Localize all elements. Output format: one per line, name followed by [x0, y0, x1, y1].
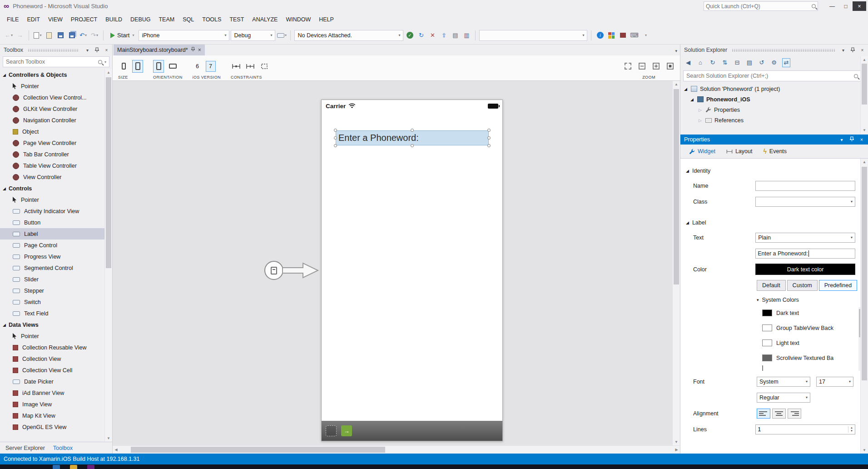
pin-icon[interactable]: [191, 47, 195, 53]
toolbox-item-navigation-controller[interactable]: Navigation Controller: [0, 115, 104, 126]
keyboard-icon[interactable]: ⌨: [629, 30, 639, 41]
toolbox-item-glkit-view-controller[interactable]: GLKit View Controller: [0, 103, 104, 115]
pin-icon[interactable]: [93, 46, 101, 54]
solution-configurations-icon[interactable]: ▤: [450, 30, 460, 41]
toolbox-item-map-kit-view[interactable]: Map Kit View: [0, 410, 104, 421]
orientation-portrait-icon[interactable]: [153, 60, 164, 73]
refresh-icon[interactable]: ↻: [416, 30, 426, 41]
spin-down-icon[interactable]: ▼: [850, 429, 853, 433]
show-all-files-icon[interactable]: ▤: [745, 58, 754, 67]
refresh-icon[interactable]: ↺: [758, 58, 766, 67]
color-option-light-text[interactable]: Light text: [757, 335, 858, 350]
resize-handle[interactable]: [334, 144, 337, 147]
toolbar-overflow-icon[interactable]: ▾: [640, 30, 650, 41]
menu-project[interactable]: PROJECT: [67, 14, 101, 25]
scroll-right-icon[interactable]: ▶: [673, 448, 680, 452]
menu-file[interactable]: FILE: [3, 14, 23, 25]
selected-label-control[interactable]: Enter a Phoneword:: [336, 130, 489, 145]
constraint-frame-icon[interactable]: [259, 60, 270, 73]
text-mode-combo[interactable]: Plain▾: [755, 233, 855, 243]
tab-layout[interactable]: Layout: [722, 146, 757, 156]
toolbox-group-data-views[interactable]: ◢ Data Views: [0, 319, 104, 330]
toolbox-item-table-view-controller[interactable]: Table View Controller: [0, 160, 104, 171]
window-position-icon[interactable]: ▾: [839, 46, 847, 54]
toolbox-item-page-control[interactable]: Page Control: [0, 239, 104, 251]
label-text-input[interactable]: Enter a Phoneword:: [755, 249, 855, 259]
resize-handle[interactable]: [487, 144, 491, 147]
toolbox-item-opengl-es-view[interactable]: OpenGL ES View: [0, 421, 104, 433]
menu-tools[interactable]: TOOLS: [198, 14, 225, 25]
collapse-all-icon[interactable]: ⊟: [733, 58, 741, 67]
toolbox-item-iad-banner-view[interactable]: iAd Banner View: [0, 387, 104, 399]
solution-explorer-search-input[interactable]: [686, 73, 852, 79]
cancel-build-icon[interactable]: ✕: [427, 30, 437, 41]
deploy-icon[interactable]: ⇧: [439, 30, 449, 41]
toolbox-item-stepper[interactable]: Stepper: [0, 285, 104, 296]
scroll-down-icon[interactable]: ▼: [861, 127, 868, 134]
ios6-button[interactable]: 6: [193, 61, 203, 72]
build-status-icon[interactable]: ✓: [405, 30, 415, 41]
class-combo[interactable]: ▾: [755, 197, 855, 207]
window-position-icon[interactable]: ▾: [838, 137, 845, 142]
editor-vertical-scrollbar[interactable]: ▲ ▼: [672, 81, 680, 445]
folder-icon[interactable]: [70, 465, 77, 469]
maximize-button[interactable]: □: [839, 1, 853, 11]
collapsed-icon[interactable]: ▷: [698, 108, 703, 112]
align-left-button[interactable]: [757, 409, 770, 419]
find-combo[interactable]: ▾: [479, 30, 587, 41]
devices-combo[interactable]: No Devices Attached.▾: [294, 30, 403, 41]
minimize-button[interactable]: —: [825, 1, 839, 11]
scroll-up-icon[interactable]: ▲: [861, 159, 868, 165]
visual-studio-taskbar-icon[interactable]: [87, 465, 94, 469]
menu-sql[interactable]: SQL: [179, 14, 198, 25]
expanded-icon[interactable]: ◢: [689, 97, 694, 102]
toolbox-item-collection-reusable-view[interactable]: Collection Reusable View: [0, 342, 104, 353]
toolbox-search[interactable]: ▾: [3, 56, 109, 67]
section-label[interactable]: ◢ Label: [686, 216, 855, 230]
solution-explorer-search[interactable]: ▾: [683, 70, 865, 81]
start-debug-button[interactable]: Start ▾: [107, 30, 137, 41]
font-family-combo[interactable]: System▾: [757, 377, 810, 387]
size-iphone-icon[interactable]: [118, 60, 129, 73]
properties-icon[interactable]: ⚙: [770, 58, 778, 67]
editor-horizontal-scrollbar[interactable]: ◀ ▶: [113, 445, 680, 454]
switch-views-icon[interactable]: ↻: [709, 58, 717, 67]
toolbox-search-input[interactable]: [6, 59, 96, 65]
expanded-icon[interactable]: ◢: [683, 87, 688, 91]
align-center-button[interactable]: [772, 409, 786, 419]
home-icon[interactable]: ⌂: [696, 58, 704, 67]
tab-events[interactable]: ϟ Events: [759, 146, 791, 157]
toolbox-item-segmented-control[interactable]: Segmented Control: [0, 262, 104, 274]
solution-platforms-icon[interactable]: ▥: [461, 30, 471, 41]
navigate-forward-icon[interactable]: →: [15, 30, 25, 41]
scroll-left-icon[interactable]: ◀: [113, 448, 119, 452]
menu-team[interactable]: TEAM: [154, 14, 179, 25]
toolbox-item-activity-indicator-view[interactable]: Activity Indicator View: [0, 205, 104, 217]
close-button[interactable]: ×: [853, 1, 866, 11]
color-option-dark-text[interactable]: Dark text: [757, 305, 858, 320]
toolbox-item-tab-bar-controller[interactable]: Tab Bar Controller: [0, 149, 104, 160]
tree-node-references[interactable]: ▷ References: [680, 115, 868, 125]
zoom-in-icon[interactable]: [650, 60, 661, 73]
web-preview-icon[interactable]: [606, 30, 616, 41]
color-swatch-button[interactable]: Dark text color: [755, 264, 855, 275]
resize-handle[interactable]: [334, 136, 337, 140]
toolbox-item-progress-view[interactable]: Progress View: [0, 251, 104, 262]
toolbox-item-collection-view[interactable]: Collection View: [0, 353, 104, 364]
first-responder-icon[interactable]: [326, 425, 337, 436]
close-icon[interactable]: ×: [198, 47, 201, 53]
toolbox-item-switch[interactable]: Switch: [0, 296, 104, 308]
sync-with-active-document-icon[interactable]: ⇄: [782, 58, 790, 67]
scrollbar-thumb[interactable]: [106, 77, 111, 268]
zoom-fullscreen-icon[interactable]: [622, 60, 633, 73]
tab-toolbox[interactable]: Toolbox: [50, 443, 76, 453]
zoom-out-icon[interactable]: [636, 60, 647, 73]
save-all-icon[interactable]: [67, 30, 77, 41]
menu-analyze[interactable]: ANALYZE: [248, 14, 282, 25]
default-button[interactable]: Default: [757, 280, 786, 291]
menu-view[interactable]: VIEW: [44, 14, 67, 25]
scrollbar-thumb[interactable]: [674, 89, 679, 284]
info-icon[interactable]: i: [595, 30, 605, 41]
configuration-combo[interactable]: Debug▾: [231, 30, 275, 41]
menu-window[interactable]: WINDOW: [282, 14, 315, 25]
